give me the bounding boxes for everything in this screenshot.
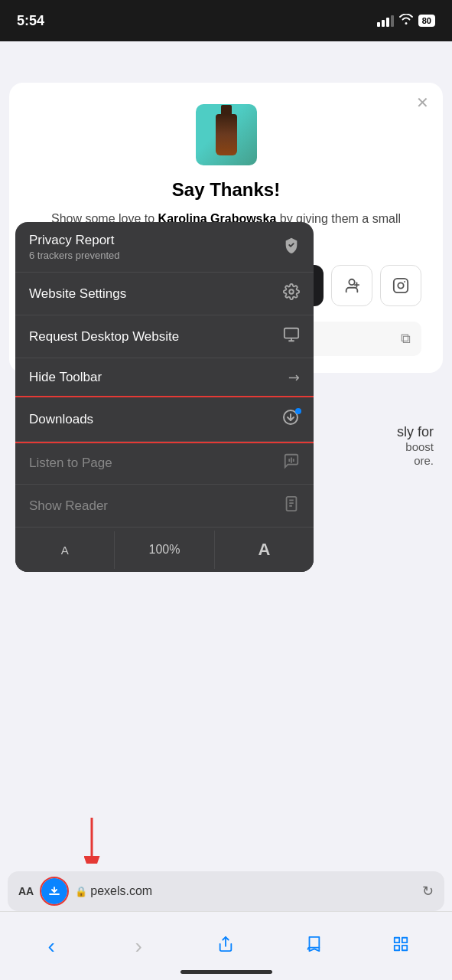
menu-item-subtitle-privacy: 6 trackers prevented bbox=[29, 250, 120, 261]
font-larger-button[interactable]: A bbox=[215, 528, 314, 572]
svg-point-6 bbox=[289, 289, 294, 294]
tabs-button[interactable] bbox=[382, 927, 420, 965]
signal-icon bbox=[377, 15, 394, 27]
menu-item-privacy-report[interactable]: Privacy Report 6 trackers prevented bbox=[15, 222, 314, 273]
menu-item-website-settings[interactable]: Website Settings bbox=[15, 273, 314, 315]
font-smaller-button[interactable]: A bbox=[15, 531, 115, 569]
svg-point-0 bbox=[349, 279, 354, 285]
svg-rect-24 bbox=[395, 937, 399, 942]
menu-item-desktop-website[interactable]: Request Desktop Website bbox=[15, 315, 314, 358]
refresh-icon[interactable]: ↻ bbox=[422, 883, 434, 900]
tabs-icon bbox=[392, 936, 409, 957]
font-large-label: A bbox=[258, 540, 270, 560]
arrow-svg bbox=[69, 810, 115, 864]
arrow-annotation bbox=[69, 810, 115, 867]
svg-rect-7 bbox=[285, 328, 298, 338]
reader-icon bbox=[283, 495, 300, 516]
svg-rect-26 bbox=[402, 945, 407, 949]
bookmarks-button[interactable] bbox=[294, 927, 333, 965]
svg-point-4 bbox=[398, 283, 403, 288]
wifi-icon bbox=[399, 14, 413, 28]
bg-text-line3: ore. bbox=[414, 454, 434, 467]
settings-gear-icon bbox=[283, 283, 300, 304]
share-icon bbox=[217, 936, 234, 957]
menu-item-listen-to-page[interactable]: Listen to Page bbox=[15, 442, 314, 485]
bg-text-line1: sly for bbox=[397, 424, 434, 439]
menu-item-title-listen: Listen to Page bbox=[29, 456, 112, 471]
home-indicator bbox=[180, 970, 272, 974]
svg-point-5 bbox=[404, 281, 405, 283]
menu-item-title-desktop: Request Desktop Website bbox=[29, 329, 179, 345]
close-icon[interactable]: ✕ bbox=[416, 93, 429, 112]
url-display[interactable]: pexels.com bbox=[90, 884, 422, 898]
back-icon: ‹ bbox=[47, 934, 54, 959]
svg-rect-27 bbox=[395, 945, 399, 949]
copy-icon[interactable]: ⧉ bbox=[401, 331, 411, 347]
menu-item-title-hide-toolbar: Hide Toolbar bbox=[29, 370, 102, 385]
bookmarks-icon bbox=[305, 936, 322, 957]
status-bar: 5:54 80 bbox=[0, 0, 452, 41]
address-bar: AA 🔒 pexels.com ↻ bbox=[8, 871, 444, 911]
back-button[interactable]: ‹ bbox=[32, 927, 70, 965]
forward-icon: › bbox=[135, 934, 142, 959]
downloads-icon bbox=[281, 408, 300, 430]
menu-item-title-privacy: Privacy Report bbox=[29, 233, 120, 248]
battery-icon: 80 bbox=[418, 15, 435, 27]
context-menu: Privacy Report 6 trackers prevented Webs… bbox=[15, 222, 314, 572]
privacy-shield-icon bbox=[283, 237, 300, 257]
listen-icon bbox=[283, 452, 300, 473]
aa-button[interactable]: AA bbox=[18, 885, 34, 897]
font-small-label: A bbox=[61, 544, 69, 557]
svg-rect-3 bbox=[394, 279, 408, 292]
share-button[interactable] bbox=[206, 927, 245, 965]
menu-item-show-reader[interactable]: Show Reader bbox=[15, 485, 314, 528]
instagram-button[interactable] bbox=[380, 265, 421, 306]
forward-button[interactable]: › bbox=[119, 927, 158, 965]
svg-rect-25 bbox=[402, 937, 407, 942]
font-size-row: A 100% A bbox=[15, 528, 314, 572]
status-time: 5:54 bbox=[17, 13, 44, 29]
menu-item-downloads[interactable]: Downloads bbox=[15, 397, 314, 442]
desktop-icon bbox=[283, 326, 300, 347]
font-percent-display: 100% bbox=[115, 531, 214, 569]
lock-icon: 🔒 bbox=[75, 886, 87, 897]
menu-item-title-website: Website Settings bbox=[29, 286, 126, 302]
bg-text-line2: boost bbox=[405, 440, 434, 453]
download-badge-button[interactable] bbox=[41, 878, 67, 904]
add-user-button[interactable] bbox=[331, 265, 372, 306]
bottle-shape bbox=[216, 114, 237, 155]
download-arrow-icon bbox=[47, 883, 61, 900]
font-percent-value: 100% bbox=[149, 543, 180, 557]
status-icons: 80 bbox=[377, 14, 435, 28]
modal-title: Say Thanks! bbox=[31, 179, 421, 201]
modal-image bbox=[196, 104, 257, 165]
hide-toolbar-icon: ↗ bbox=[284, 368, 304, 387]
menu-item-hide-toolbar[interactable]: Hide Toolbar ↗ bbox=[15, 358, 314, 397]
menu-item-title-reader: Show Reader bbox=[29, 498, 108, 514]
menu-item-title-downloads: Downloads bbox=[29, 412, 93, 427]
